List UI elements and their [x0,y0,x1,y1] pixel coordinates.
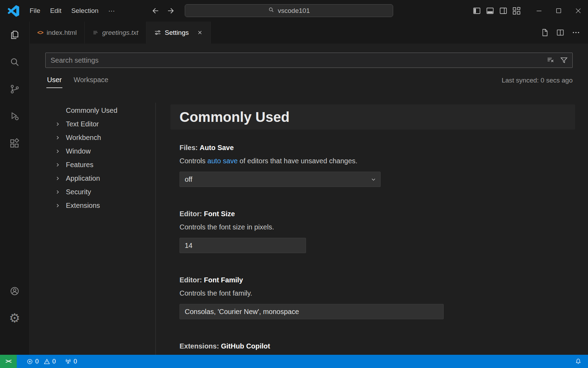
font-family-input[interactable] [180,304,444,319]
editor-actions [540,22,588,44]
search-icon [268,7,275,15]
html-file-icon: <> [37,30,43,36]
toc-workbench[interactable]: Workbench [30,131,155,144]
chevron-right-icon [55,121,61,127]
chevron-down-icon [370,176,377,183]
menu-file[interactable]: File [25,0,45,22]
search-sidebar-icon[interactable] [0,53,30,71]
setting-extensions-github-copilot: Extensions: GitHub Copilot [180,342,588,350]
toc-security[interactable]: Security [30,185,155,199]
editor-tab-bar: <> index.html greetings.txt Settings [30,22,588,44]
chevron-right-icon [55,162,61,168]
toc-text-editor[interactable]: Text Editor [30,117,155,131]
setting-editor-font-size: Editor: Font Size Controls the font size… [180,210,588,253]
toggle-secondary-sidebar-icon[interactable] [499,6,508,15]
menu-edit[interactable]: Edit [45,0,67,22]
setting-title: Extensions: GitHub Copilot [180,342,588,350]
settings-sliders-icon [154,29,161,36]
tab-label: index.html [47,29,77,37]
tab-greetings-txt[interactable]: greetings.txt [85,22,146,44]
setting-editor-font-family: Editor: Font Family Controls the font fa… [180,276,588,319]
title-bar: File Edit Selection ··· vscode101 [0,0,588,22]
layout-controls [472,6,521,15]
run-debug-icon[interactable] [0,108,30,125]
warning-count: 0 [52,358,56,365]
setting-description: Controls the font size in pixels. [180,223,588,231]
customize-layout-icon[interactable] [512,6,521,15]
close-tab-icon[interactable] [197,30,203,36]
chevron-right-icon [55,148,61,154]
toc-extensions[interactable]: Extensions [30,199,155,212]
forward-button[interactable] [166,7,175,15]
clear-search-icon[interactable] [547,56,555,64]
toc-window[interactable]: Window [30,144,155,158]
auto-save-select[interactable]: off [180,172,381,187]
status-bar: >< 0 0 0 [0,355,588,368]
extensions-icon[interactable] [0,135,30,152]
back-button[interactable] [152,7,160,15]
setting-description: Controls auto save of editors that have … [180,157,588,165]
font-size-input[interactable] [180,238,306,253]
ports-count: 0 [74,358,77,365]
close-window-button[interactable] [568,0,588,22]
settings-gear-icon[interactable]: ⚙ [0,310,30,327]
setting-title: Files: Auto Save [180,144,588,152]
radio-tower-icon [65,358,71,365]
setting-title: Editor: Font Family [180,276,588,284]
toc-application[interactable]: Application [30,172,155,185]
chevron-right-icon [55,189,61,195]
history-nav [152,0,175,22]
section-heading: Commonly Used [170,104,575,130]
remote-indicator[interactable]: >< [0,355,17,368]
toggle-sidebar-icon[interactable] [472,6,481,15]
title-bar-right [472,0,588,22]
minimize-button[interactable] [529,0,549,22]
tab-label: greetings.txt [102,29,138,37]
tab-settings[interactable]: Settings [146,22,211,44]
ports-indicator[interactable]: 0 [65,358,77,365]
settings-search-box[interactable] [45,53,573,68]
vscode-window: File Edit Selection ··· vscode101 [0,0,588,368]
menu-bar: File Edit Selection ··· [25,0,120,22]
scope-tab-user[interactable]: User [46,73,62,88]
explorer-icon[interactable] [0,26,30,44]
account-icon[interactable] [0,282,30,300]
error-icon [26,358,33,365]
chevron-right-icon [55,203,61,209]
setting-title: Editor: Font Size [180,210,588,218]
source-control-icon[interactable] [0,80,30,98]
activity-bar: ⚙ [0,22,30,355]
toggle-panel-icon[interactable] [486,6,495,15]
split-editor-icon[interactable] [556,28,565,37]
command-center-text: vscode101 [278,7,310,15]
auto-save-link[interactable]: auto save [207,157,238,165]
settings-search-input[interactable] [51,56,547,64]
settings-scope-tabs: User Workspace Last synced: 0 secs ago [46,73,573,88]
vscode-logo-icon [8,5,19,17]
tab-label: Settings [165,29,189,37]
menu-more[interactable]: ··· [104,0,120,22]
maximize-button[interactable] [549,0,568,22]
command-center-search[interactable]: vscode101 [185,4,393,17]
error-count: 0 [35,358,39,365]
settings-editor: User Workspace Last synced: 0 secs ago C… [30,44,588,355]
toc-commonly-used[interactable]: Commonly Used [30,104,155,117]
filter-icon[interactable] [560,56,568,64]
problems-indicator[interactable]: 0 0 [26,358,56,365]
settings-content: Commonly Used Files: Auto Save Controls … [170,99,588,355]
toc-features[interactable]: Features [30,158,155,172]
last-synced-label: Last synced: 0 secs ago [502,77,573,84]
more-actions-icon[interactable] [572,28,580,37]
open-settings-json-icon[interactable] [540,28,549,37]
tab-index-html[interactable]: <> index.html [30,22,85,44]
chevron-right-icon [55,135,61,141]
scope-tab-workspace[interactable]: Workspace [73,73,109,88]
chevron-right-icon [55,175,61,181]
settings-toc: Commonly Used Text Editor Workbench Wind… [30,101,155,355]
notifications-bell-icon[interactable] [575,358,582,365]
warning-icon [44,358,50,365]
toc-divider [155,103,156,355]
menu-selection[interactable]: Selection [66,0,103,22]
setting-files-auto-save: Files: Auto Save Controls auto save of e… [180,144,588,187]
setting-description: Controls the font family. [180,289,588,297]
